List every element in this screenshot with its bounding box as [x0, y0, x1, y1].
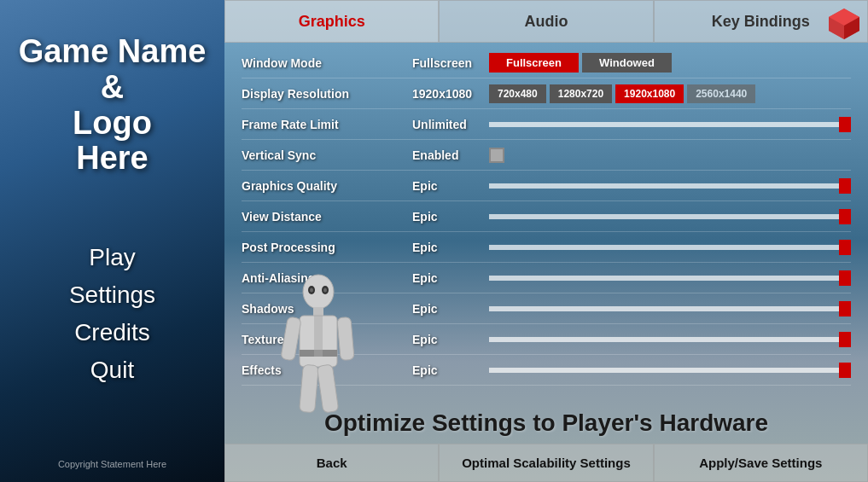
slider-track-shadows — [489, 306, 851, 311]
slider-thumb-view-distance[interactable] — [839, 209, 851, 224]
nav-play[interactable]: Play — [89, 244, 135, 271]
setting-anti-aliasing: Anti-Aliasing Epic — [242, 263, 851, 293]
game-logo: Game Name&LogoHere — [19, 34, 207, 177]
resolution-buttons: 720x480 1280x720 1920x1080 2560x1440 — [489, 84, 755, 103]
slider-graphics-quality[interactable] — [489, 181, 851, 191]
mode-windowed[interactable]: Windowed — [582, 53, 672, 73]
setting-post-processing: Post Processing Epic — [242, 232, 851, 263]
label-display-resolution: Display Resolution — [242, 87, 412, 101]
control-view-distance — [489, 212, 851, 222]
label-shadows: Shadows — [242, 302, 412, 316]
setting-graphics-quality: Graphics Quality Epic — [242, 171, 851, 201]
slider-track-effects — [489, 368, 851, 373]
control-frame-rate — [489, 119, 851, 130]
slider-effects[interactable] — [489, 365, 851, 375]
slider-thumb-shadows[interactable] — [839, 301, 851, 316]
slider-thumb-effects[interactable] — [839, 363, 851, 378]
label-effects: Effects — [242, 363, 412, 377]
control-post-processing — [489, 242, 851, 253]
setting-effects: Effects Epic — [242, 355, 851, 386]
label-anti-aliasing: Anti-Aliasing — [242, 271, 412, 285]
label-window-mode: Window Mode — [242, 56, 412, 70]
setting-display-resolution: Display Resolution 1920x1080 720x480 128… — [242, 78, 851, 109]
setting-textures: Textures Epic — [242, 324, 851, 355]
bottom-buttons: Back Optimal Scalability Settings Apply/… — [224, 444, 868, 482]
control-effects — [489, 365, 851, 375]
value-graphics-quality: Epic — [412, 179, 489, 193]
value-frame-rate: Unlimited — [412, 118, 489, 131]
cube-icon — [827, 7, 861, 41]
control-display-resolution: 720x480 1280x720 1920x1080 2560x1440 — [489, 84, 851, 103]
control-shadows — [489, 304, 851, 314]
slider-shadows[interactable] — [489, 304, 851, 314]
nav-menu: Play Settings Credits Quit — [69, 168, 155, 459]
res-2560[interactable]: 2560x1440 — [687, 84, 755, 103]
slider-track-frame-rate — [489, 122, 851, 127]
checkbox-vsync[interactable] — [489, 148, 504, 163]
sidebar-content: Game Name&LogoHere Play Settings Credits… — [0, 17, 224, 473]
slider-thumb-anti-aliasing[interactable] — [839, 270, 851, 286]
value-shadows: Epic — [412, 302, 489, 316]
slider-track-post-processing — [489, 245, 851, 250]
setting-window-mode: Window Mode Fullscreen Fullscreen Window… — [242, 48, 851, 78]
back-button[interactable]: Back — [224, 444, 439, 482]
control-graphics-quality — [489, 181, 851, 191]
value-textures: Epic — [412, 333, 489, 346]
sidebar: Game Name&LogoHere Play Settings Credits… — [0, 0, 224, 482]
label-post-processing: Post Processing — [242, 241, 412, 254]
slider-thumb-textures[interactable] — [839, 332, 851, 347]
label-view-distance: View Distance — [242, 210, 412, 224]
value-window-mode: Fullscreen — [412, 56, 489, 70]
setting-view-distance: View Distance Epic — [242, 201, 851, 232]
res-720[interactable]: 720x480 — [489, 84, 546, 103]
mode-fullscreen[interactable]: Fullscreen — [489, 53, 579, 73]
control-vsync — [489, 148, 851, 163]
mode-buttons: Fullscreen Windowed — [489, 53, 672, 73]
value-view-distance: Epic — [412, 210, 489, 224]
setting-shadows: Shadows Epic — [242, 293, 851, 324]
slider-thumb-graphics-quality[interactable] — [839, 178, 851, 194]
slider-thumb-frame-rate[interactable] — [839, 117, 851, 132]
control-anti-aliasing — [489, 273, 851, 283]
label-frame-rate: Frame Rate Limit — [242, 118, 412, 131]
label-textures: Textures — [242, 333, 412, 346]
main-panel: Graphics Audio Key Bindings Window Mode … — [224, 0, 868, 482]
nav-quit[interactable]: Quit — [90, 357, 134, 384]
slider-track-textures — [489, 337, 851, 342]
label-vsync: Vertical Sync — [242, 148, 412, 162]
nav-credits[interactable]: Credits — [74, 319, 150, 346]
slider-track-view-distance — [489, 214, 851, 219]
value-post-processing: Epic — [412, 241, 489, 254]
slider-track-graphics-quality — [489, 183, 851, 189]
slider-post-processing[interactable] — [489, 242, 851, 253]
slider-anti-aliasing[interactable] — [489, 273, 851, 283]
setting-frame-rate: Frame Rate Limit Unlimited — [242, 109, 851, 140]
optimal-scalability-button[interactable]: Optimal Scalability Settings — [439, 444, 653, 482]
slider-track-anti-aliasing — [489, 276, 851, 281]
slider-textures[interactable] — [489, 334, 851, 345]
label-graphics-quality: Graphics Quality — [242, 179, 412, 193]
logo-area: Game Name&LogoHere — [10, 17, 215, 185]
setting-vsync: Vertical Sync Enabled — [242, 140, 851, 171]
tab-graphics[interactable]: Graphics — [224, 0, 439, 43]
slider-view-distance[interactable] — [489, 212, 851, 222]
settings-area: Window Mode Fullscreen Fullscreen Window… — [224, 43, 868, 403]
value-anti-aliasing: Epic — [412, 271, 489, 285]
slider-frame-rate[interactable] — [489, 119, 851, 130]
value-vsync: Enabled — [412, 148, 489, 162]
copyright-text: Copyright Statement Here — [58, 459, 166, 473]
control-window-mode: Fullscreen Windowed — [489, 53, 851, 73]
optimize-text: Optimize Settings to Player's Hardware — [224, 403, 868, 444]
slider-thumb-post-processing[interactable] — [839, 240, 851, 255]
value-display-resolution: 1920x1080 — [412, 87, 489, 101]
nav-settings[interactable]: Settings — [69, 282, 155, 309]
res-1280[interactable]: 1280x720 — [550, 84, 612, 103]
apply-save-button[interactable]: Apply/Save Settings — [654, 444, 868, 482]
value-effects: Epic — [412, 363, 489, 377]
control-textures — [489, 334, 851, 345]
res-1920[interactable]: 1920x1080 — [615, 84, 684, 103]
tabs-bar: Graphics Audio Key Bindings — [224, 0, 868, 43]
tab-audio[interactable]: Audio — [439, 0, 653, 43]
